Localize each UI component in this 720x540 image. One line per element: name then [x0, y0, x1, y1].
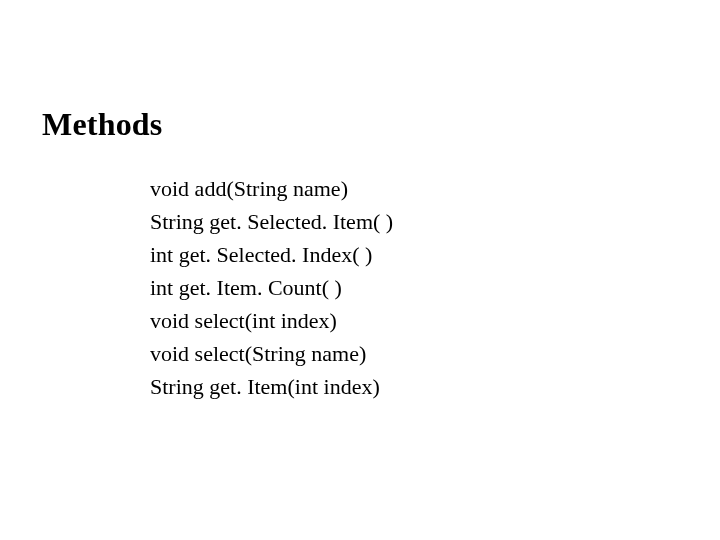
methods-list: void add(String name) String get. Select…	[150, 172, 393, 403]
method-line: String get. Selected. Item( )	[150, 205, 393, 238]
method-line: void add(String name)	[150, 172, 393, 205]
slide: Methods void add(String name) String get…	[0, 0, 720, 540]
method-line: int get. Selected. Index( )	[150, 238, 393, 271]
method-line: void select(int index)	[150, 304, 393, 337]
method-line: String get. Item(int index)	[150, 370, 393, 403]
method-line: void select(String name)	[150, 337, 393, 370]
section-heading: Methods	[42, 106, 163, 143]
method-line: int get. Item. Count( )	[150, 271, 393, 304]
